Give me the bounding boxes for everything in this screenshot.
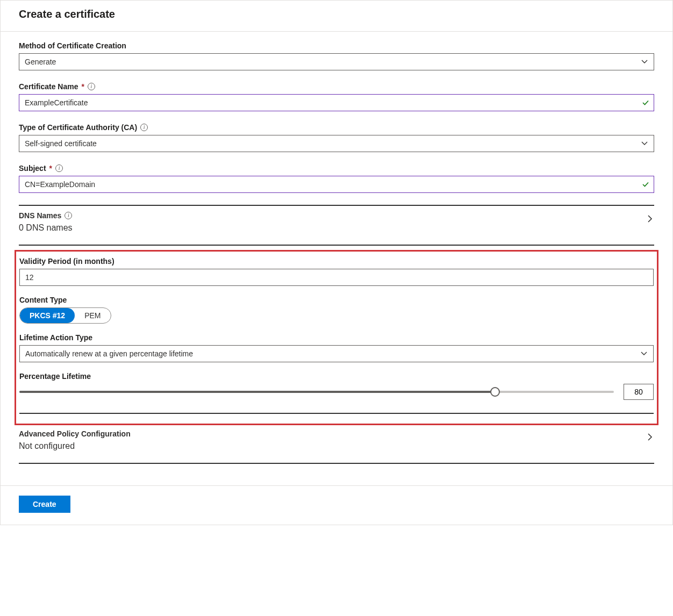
slider-thumb[interactable] — [490, 387, 500, 397]
input-name-wrap — [19, 94, 654, 111]
label-method: Method of Certificate Creation — [19, 41, 654, 50]
input-validity[interactable] — [20, 269, 653, 285]
nav-dns-names[interactable]: DNS Names i 0 DNS names — [19, 206, 654, 235]
field-content-type: Content Type PKCS #12 PEM — [19, 296, 654, 324]
page-header: Create a certificate — [1, 1, 672, 32]
toggle-opt-pkcs12[interactable]: PKCS #12 — [20, 308, 75, 323]
slider-fill — [19, 391, 495, 393]
page-title: Create a certificate — [19, 8, 654, 20]
required-indicator: * — [49, 164, 52, 173]
info-icon[interactable]: i — [88, 83, 95, 90]
form-body: Method of Certificate Creation Generate … — [1, 32, 672, 485]
field-percentage: Percentage Lifetime — [19, 372, 654, 400]
nav-advanced-policy[interactable]: Advanced Policy Configuration Not config… — [19, 424, 654, 453]
chevron-right-icon — [646, 211, 654, 223]
create-button[interactable]: Create — [19, 496, 70, 513]
info-icon[interactable]: i — [65, 212, 72, 219]
field-subject: Subject * i — [19, 164, 654, 193]
field-ca-type: Type of Certificate Authority (CA) i Sel… — [19, 123, 654, 152]
toggle-opt-pem[interactable]: PEM — [75, 308, 110, 323]
input-subject[interactable] — [19, 176, 654, 192]
create-certificate-form: Create a certificate Method of Certifica… — [0, 0, 673, 525]
chevron-down-icon — [641, 140, 648, 147]
toggle-content-type: PKCS #12 PEM — [19, 307, 111, 324]
field-lifetime-action: Lifetime Action Type Automatically renew… — [19, 333, 654, 362]
info-icon[interactable]: i — [55, 164, 63, 172]
value-dns: 0 DNS names — [19, 223, 646, 233]
select-method[interactable]: Generate — [19, 53, 654, 70]
label-name: Certificate Name * i — [19, 82, 654, 91]
required-indicator: * — [82, 82, 84, 91]
section-advanced: Advanced Policy Configuration Not config… — [19, 424, 654, 464]
select-ca-type[interactable]: Self-signed certificate — [19, 135, 654, 152]
slider-percentage-row — [19, 384, 654, 400]
chevron-down-icon — [640, 350, 648, 357]
label-ca-type: Type of Certificate Authority (CA) i — [19, 123, 654, 132]
label-advanced: Advanced Policy Configuration — [19, 429, 646, 438]
input-subject-wrap — [19, 176, 654, 193]
select-lifetime-action-value: Automatically renew at a given percentag… — [25, 349, 193, 358]
value-advanced: Not configured — [19, 441, 646, 451]
section-dns: DNS Names i 0 DNS names — [19, 206, 654, 246]
check-icon — [642, 99, 649, 106]
select-method-value: Generate — [25, 58, 56, 66]
label-dns: DNS Names i — [19, 211, 646, 220]
field-method: Method of Certificate Creation Generate — [19, 41, 654, 70]
label-subject: Subject * i — [19, 164, 654, 173]
field-validity: Validity Period (in months) — [19, 257, 654, 286]
info-icon[interactable]: i — [140, 124, 148, 131]
select-ca-type-value: Self-signed certificate — [25, 139, 97, 148]
chevron-down-icon — [641, 58, 648, 66]
chevron-right-icon — [646, 429, 654, 441]
label-percentage: Percentage Lifetime — [19, 372, 654, 381]
form-footer: Create — [1, 485, 672, 525]
divider — [19, 413, 654, 414]
input-percentage-value[interactable] — [624, 384, 654, 400]
highlighted-section: Validity Period (in months) Content Type… — [15, 250, 658, 425]
label-validity: Validity Period (in months) — [19, 257, 654, 266]
field-name: Certificate Name * i — [19, 82, 654, 111]
check-icon — [642, 181, 649, 188]
label-lifetime-action: Lifetime Action Type — [19, 333, 654, 342]
select-lifetime-action[interactable]: Automatically renew at a given percentag… — [19, 345, 654, 362]
input-name[interactable] — [19, 95, 654, 111]
input-validity-wrap — [19, 269, 654, 286]
label-content-type: Content Type — [19, 296, 654, 304]
slider-percentage[interactable] — [19, 386, 614, 397]
